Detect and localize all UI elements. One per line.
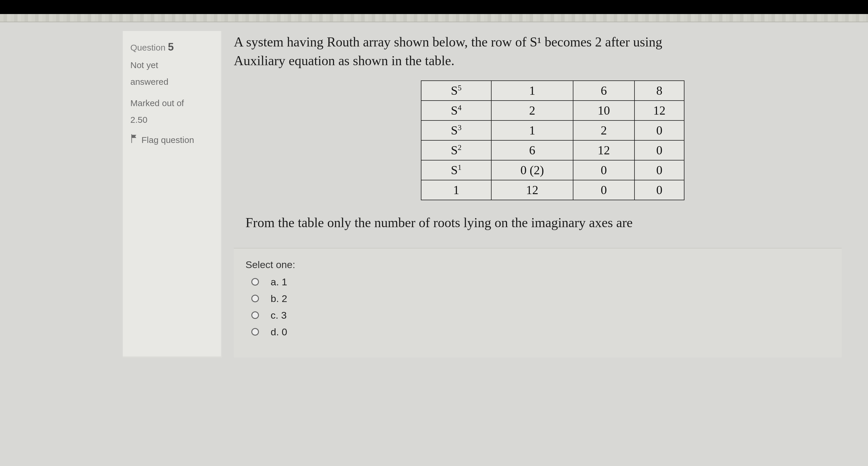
question-tail: From the table only the number of roots … (246, 215, 868, 230)
value-cell: 8 (634, 81, 684, 100)
value-cell: 6 (491, 140, 573, 160)
value-cell: 0 (634, 120, 684, 140)
value-cell: 0 (634, 180, 684, 200)
value-cell: 1 (491, 81, 573, 100)
marked-out-of-value: 2.50 (130, 112, 215, 127)
value-cell: 0 (2) (491, 160, 573, 180)
table-row: 11200 (421, 180, 684, 200)
power-cell: 1 (421, 180, 491, 200)
page-body: Question 5 Not yet answered Marked out o… (0, 22, 868, 358)
value-cell: 10 (573, 100, 634, 120)
answer-block: Select one: a. 1b. 2c. 3d. 0 (234, 248, 842, 358)
option-radio-c[interactable] (251, 311, 259, 319)
table-row: S421012 (421, 100, 684, 120)
question-stem: A system having Routh array shown below,… (234, 33, 836, 70)
question-label: Question (130, 43, 165, 52)
value-cell: 0 (573, 180, 634, 200)
option-a[interactable]: a. 1 (251, 276, 830, 288)
power-cell: S2 (421, 140, 491, 160)
option-b[interactable]: b. 2 (251, 293, 830, 304)
window-top-bar (0, 0, 868, 14)
question-info-panel: Question 5 Not yet answered Marked out o… (123, 31, 222, 358)
table-row: S26120 (421, 140, 684, 160)
option-radio-b[interactable] (251, 295, 259, 302)
routh-array-table: S5168S421012S3120S26120S10 (2)0011200 (421, 81, 684, 200)
status-line-2: answered (130, 74, 215, 89)
value-cell: 0 (634, 160, 684, 180)
value-cell: 12 (634, 100, 684, 120)
option-label: c. 3 (271, 310, 287, 321)
options-list: a. 1b. 2c. 3d. 0 (246, 276, 830, 338)
option-radio-d[interactable] (251, 328, 259, 336)
flag-question-label: Flag question (142, 132, 194, 147)
question-number-row: Question 5 (130, 38, 215, 56)
flag-question-button[interactable]: Flag question (130, 132, 215, 147)
option-label: b. 2 (271, 293, 287, 304)
table-row: S5168 (421, 81, 684, 100)
option-c[interactable]: c. 3 (251, 310, 830, 321)
option-label: a. 1 (271, 276, 287, 288)
power-cell: S3 (421, 120, 491, 140)
option-radio-a[interactable] (251, 278, 259, 286)
stem-line-1: A system having Routh array shown below,… (234, 33, 836, 52)
select-one-label: Select one: (246, 259, 830, 271)
value-cell: 12 (573, 140, 634, 160)
table-row: S3120 (421, 120, 684, 140)
option-d[interactable]: d. 0 (251, 326, 830, 338)
value-cell: 12 (491, 180, 573, 200)
marked-out-of-label: Marked out of (130, 96, 215, 111)
power-cell: S1 (421, 160, 491, 180)
decoration-strip (0, 14, 868, 22)
question-number: 5 (168, 41, 174, 53)
value-cell: 1 (491, 120, 573, 140)
question-content: A system having Routh array shown below,… (234, 31, 868, 358)
value-cell: 2 (573, 120, 634, 140)
status-line-1: Not yet (130, 58, 215, 72)
stem-line-2: Auxiliary equation as shown in the table… (234, 52, 836, 70)
value-cell: 2 (491, 100, 573, 120)
power-cell: S5 (421, 81, 491, 100)
power-cell: S4 (421, 100, 491, 120)
value-cell: 0 (573, 160, 634, 180)
flag-icon (130, 132, 138, 147)
value-cell: 6 (573, 81, 634, 100)
table-row: S10 (2)00 (421, 160, 684, 180)
option-label: d. 0 (271, 326, 287, 338)
value-cell: 0 (634, 140, 684, 160)
